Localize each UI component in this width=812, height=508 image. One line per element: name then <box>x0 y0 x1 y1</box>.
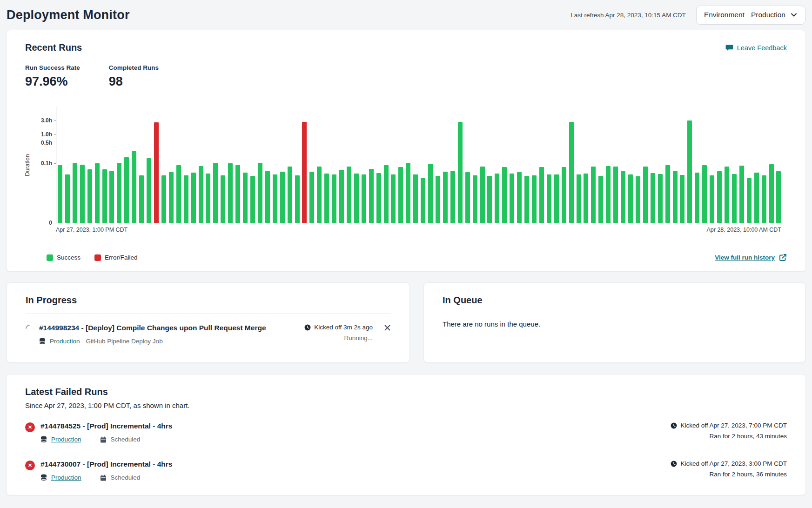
chart-bar-success[interactable] <box>621 171 625 223</box>
chart-bar-success[interactable] <box>643 167 648 223</box>
chart-bar-success[interactable] <box>243 173 248 223</box>
chart-bar-success[interactable] <box>73 163 77 223</box>
chart-bar-success[interactable] <box>109 171 114 223</box>
chart-bar-success[interactable] <box>569 122 574 223</box>
chart-bar-success[interactable] <box>58 165 62 223</box>
chart-bar-success[interactable] <box>309 172 314 223</box>
chart-bar-success[interactable] <box>421 178 425 223</box>
chart-bar-success[interactable] <box>591 167 596 223</box>
chart-bar-success[interactable] <box>547 174 551 223</box>
chart-bar-success[interactable] <box>117 163 121 223</box>
chart-bar-success[interactable] <box>680 175 684 223</box>
chart-bar-success[interactable] <box>443 172 448 223</box>
chart-bar-success[interactable] <box>465 172 470 223</box>
chart-bar-success[interactable] <box>87 169 92 223</box>
chart-bar-success[interactable] <box>147 158 151 223</box>
chart-bar-success[interactable] <box>710 175 714 223</box>
chart-bar-success[interactable] <box>495 174 499 223</box>
chart-bar-success[interactable] <box>732 174 737 223</box>
chart-bar-success[interactable] <box>199 166 203 223</box>
chart-bar-success[interactable] <box>562 167 566 223</box>
chart-bar-success[interactable] <box>324 174 329 223</box>
chart-bar-success[interactable] <box>102 169 107 223</box>
chart-bar-success[interactable] <box>702 165 707 223</box>
chart-bar-success[interactable] <box>776 171 781 223</box>
chart-bar-success[interactable] <box>228 163 233 223</box>
chart-bar-success[interactable] <box>295 175 300 223</box>
chart-bar-success[interactable] <box>539 167 544 223</box>
close-icon[interactable] <box>384 324 391 331</box>
chart-bar-success[interactable] <box>406 163 410 223</box>
chart-bar-success[interactable] <box>687 120 692 223</box>
chart-bar-failed[interactable] <box>302 122 307 223</box>
chart-bar-success[interactable] <box>206 174 210 223</box>
chart-bar-success[interactable] <box>658 174 663 223</box>
chart-bar-success[interactable] <box>132 151 136 223</box>
chart-bar-success[interactable] <box>169 172 174 223</box>
chart-bar-success[interactable] <box>161 175 166 223</box>
chart-bar-success[interactable] <box>265 171 270 223</box>
chart-bar-success[interactable] <box>554 174 559 223</box>
chart-bar-success[interactable] <box>636 176 640 223</box>
chart-bar-success[interactable] <box>510 174 514 223</box>
chart-bar-success[interactable] <box>221 175 225 223</box>
chart-bar-success[interactable] <box>354 174 359 223</box>
chart-bar-success[interactable] <box>480 167 485 223</box>
chart-bar-success[interactable] <box>213 163 218 223</box>
chart-bar-success[interactable] <box>598 176 603 223</box>
view-full-run-history-link[interactable]: View full run history <box>715 254 787 261</box>
chart-bar-success[interactable] <box>665 165 670 223</box>
chart-bar-success[interactable] <box>80 165 85 223</box>
chart-bar-success[interactable] <box>436 176 440 223</box>
chart-bar-failed[interactable] <box>154 122 159 223</box>
chart-bar-success[interactable] <box>613 167 618 223</box>
chart-bar-success[interactable] <box>191 173 196 223</box>
chart-bar-success[interactable] <box>95 163 100 223</box>
chart-bar-success[interactable] <box>606 166 611 223</box>
chart-bar-success[interactable] <box>280 172 285 223</box>
leave-feedback-link[interactable]: Leave Feedback <box>725 44 787 52</box>
chart-bar-success[interactable] <box>428 164 433 223</box>
chart-bar-success[interactable] <box>273 174 277 223</box>
chart-bar-success[interactable] <box>754 173 759 223</box>
chart-bar-success[interactable] <box>524 176 529 223</box>
production-link[interactable]: Production <box>51 436 81 443</box>
chart-bar-success[interactable] <box>762 175 766 223</box>
chart-bar-success[interactable] <box>502 167 507 223</box>
chart-bar-success[interactable] <box>362 174 366 223</box>
chart-bar-success[interactable] <box>651 173 655 223</box>
production-link[interactable]: Production <box>50 338 80 345</box>
chart-bar-success[interactable] <box>376 173 381 223</box>
chart-bar-success[interactable] <box>250 176 255 223</box>
chart-bar-success[interactable] <box>384 165 389 223</box>
chart-bar-success[interactable] <box>317 167 322 223</box>
chart-bar-success[interactable] <box>517 172 522 223</box>
production-link[interactable]: Production <box>51 474 81 481</box>
chart-bar-success[interactable] <box>413 174 418 223</box>
chart-bar-success[interactable] <box>369 169 374 223</box>
chart-bar-success[interactable] <box>584 174 588 223</box>
chart-bar-success[interactable] <box>398 167 403 223</box>
environment-dropdown[interactable]: Environment Production <box>696 6 805 25</box>
chart-bar-success[interactable] <box>176 165 181 223</box>
chart-bar-success[interactable] <box>184 175 188 223</box>
chart-bar-success[interactable] <box>577 174 581 223</box>
chart-bar-success[interactable] <box>65 174 70 223</box>
chart-bar-success[interactable] <box>288 167 292 223</box>
chart-bar-success[interactable] <box>473 175 477 223</box>
chart-bar-success[interactable] <box>628 174 633 223</box>
chart-bar-success[interactable] <box>695 173 699 223</box>
chart-bar-success[interactable] <box>258 163 262 223</box>
chart-bar-success[interactable] <box>532 175 537 223</box>
chart-bar-success[interactable] <box>747 178 752 223</box>
chart-bar-success[interactable] <box>332 174 336 223</box>
chart-bar-success[interactable] <box>487 176 492 223</box>
chart-bar-success[interactable] <box>769 164 774 223</box>
chart-bar-success[interactable] <box>139 175 144 223</box>
chart-bar-success[interactable] <box>124 157 129 223</box>
chart-bar-success[interactable] <box>347 167 351 223</box>
chart-bar-success[interactable] <box>458 122 463 223</box>
chart-bar-success[interactable] <box>450 171 455 223</box>
chart-bar-success[interactable] <box>235 165 240 223</box>
chart-bar-success[interactable] <box>725 167 729 223</box>
